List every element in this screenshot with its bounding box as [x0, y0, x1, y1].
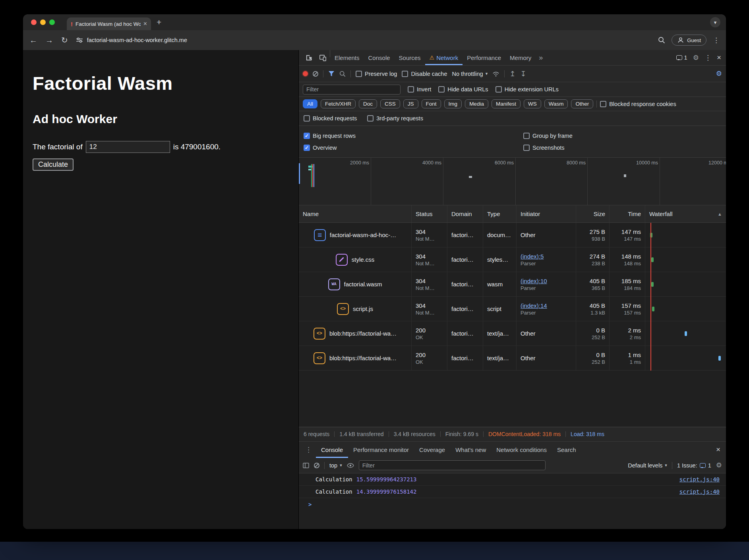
group-by-frame-checkbox[interactable]: Group by frame [523, 133, 721, 139]
filter-chip-all[interactable]: All [303, 99, 317, 108]
filter-chip-manifest[interactable]: Manifest [492, 99, 521, 108]
zoom-icon[interactable] [658, 37, 665, 44]
screenshots-checkbox[interactable]: Screenshots [523, 145, 721, 151]
browser-menu-button[interactable]: ⋮ [713, 36, 720, 44]
filter-toggle-icon[interactable] [328, 71, 335, 77]
factorial-input[interactable] [86, 141, 170, 153]
initiator-link[interactable]: (index):10 [521, 278, 572, 284]
console-messages-badge[interactable]: 1 [676, 54, 687, 61]
tab-memory[interactable]: Memory [505, 50, 536, 65]
search-icon[interactable] [339, 71, 346, 77]
filter-chip-fetch-xhr[interactable]: Fetch/XHR [321, 99, 356, 108]
eye-icon[interactable] [347, 463, 354, 468]
throttling-dropdown[interactable]: No throttling ▾ [452, 71, 488, 77]
new-tab-button[interactable]: + [157, 17, 161, 27]
network-request-row[interactable]: factorial.wasm 304Not M… factori… wasm (… [299, 272, 726, 297]
invert-checkbox[interactable]: Invert [408, 86, 431, 93]
inspect-element-icon[interactable] [302, 50, 316, 65]
filter-chip-wasm[interactable]: Wasm [544, 99, 568, 108]
filter-chip-media[interactable]: Media [465, 99, 488, 108]
blocked-requests-checkbox[interactable]: Blocked requests [304, 115, 357, 122]
devtools-settings-icon[interactable]: ⚙ [693, 54, 699, 62]
drawer-close-icon[interactable]: × [713, 442, 724, 458]
drawer-tab-whats-new[interactable]: What's new [450, 442, 491, 458]
browser-tab[interactable]: ! Factorial Wasm (ad hoc Worl × [67, 17, 151, 30]
drawer-tab-network-conditions[interactable]: Network conditions [491, 442, 552, 458]
site-settings-icon[interactable] [76, 37, 83, 43]
network-settings-icon[interactable]: ⚙ [716, 70, 722, 78]
profile-button[interactable]: Guest [672, 35, 706, 46]
record-network-log-button[interactable] [303, 71, 308, 76]
hide-extension-urls-checkbox[interactable]: Hide extension URLs [495, 86, 559, 93]
console-prompt[interactable]: > [299, 498, 726, 511]
preserve-log-checkbox[interactable]: Preserve log [356, 71, 397, 77]
network-conditions-icon[interactable] [492, 71, 499, 77]
filter-chip-js[interactable]: JS [403, 99, 418, 108]
drawer-tab-console[interactable]: Console [316, 442, 348, 458]
clear-console-icon[interactable] [314, 463, 319, 468]
filter-chip-img[interactable]: Img [444, 99, 462, 108]
column-header-type[interactable]: Type [483, 205, 517, 222]
column-header-time[interactable]: Time [610, 205, 645, 222]
network-request-row[interactable]: blob:https://factorial-wa… 200OK factori… [299, 346, 726, 371]
column-header-size[interactable]: Size [576, 205, 610, 222]
column-header-status[interactable]: Status [412, 205, 447, 222]
log-levels-dropdown[interactable]: Default levels ▾ [628, 462, 667, 469]
network-overview-timeline[interactable]: 2000 ms 4000 ms 6000 ms 8000 ms 10000 ms… [299, 158, 726, 205]
tab-sources[interactable]: Sources [395, 50, 425, 65]
close-window-button[interactable] [31, 19, 37, 25]
forward-button[interactable]: → [45, 36, 53, 45]
console-source-link[interactable]: script.js:40 [679, 476, 720, 483]
third-party-requests-checkbox[interactable]: 3rd-party requests [367, 115, 423, 122]
column-header-initiator[interactable]: Initiator [517, 205, 576, 222]
console-sidebar-icon[interactable] [303, 463, 309, 468]
filter-chip-other[interactable]: Other [571, 99, 593, 108]
drawer-tab-coverage[interactable]: Coverage [414, 442, 450, 458]
issues-counter[interactable]: 1 Issue: 1 [677, 462, 711, 469]
tab-network[interactable]: ⚠ Network [425, 50, 463, 65]
devtools-close-icon[interactable]: × [717, 53, 721, 62]
tab-close-icon[interactable]: × [143, 20, 147, 27]
more-tabs-icon[interactable]: » [536, 50, 546, 65]
zoom-window-button[interactable] [49, 19, 55, 25]
network-request-row[interactable]: factorial-wasm-ad-hoc-… 304Not M… factor… [299, 223, 726, 247]
console-settings-icon[interactable]: ⚙ [716, 461, 722, 469]
network-request-row[interactable]: style.css 304Not M… factori… styles… (in… [299, 247, 726, 272]
timeline-selection-handle[interactable] [299, 163, 300, 184]
column-header-waterfall[interactable]: Waterfall ▲ [645, 205, 726, 222]
overview-checkbox[interactable]: Overview [304, 145, 523, 151]
tab-console[interactable]: Console [364, 50, 395, 65]
big-request-rows-checkbox[interactable]: Big request rows [304, 133, 523, 139]
network-request-row[interactable]: blob:https://factorial-wa… 200OK factori… [299, 321, 726, 346]
tab-elements[interactable]: Elements [330, 50, 364, 65]
filter-chip-css[interactable]: CSS [380, 99, 400, 108]
tab-search-button[interactable]: ▾ [710, 17, 720, 27]
device-toolbar-icon[interactable] [316, 50, 330, 65]
disable-cache-checkbox[interactable]: Disable cache [402, 71, 447, 77]
filter-chip-doc[interactable]: Doc [359, 99, 377, 108]
tab-performance[interactable]: Performance [463, 50, 505, 65]
calculate-button[interactable]: Calculate [33, 158, 74, 171]
clear-network-log-icon[interactable] [313, 71, 318, 77]
export-har-icon[interactable]: ↧ [520, 70, 526, 78]
drawer-tab-search[interactable]: Search [552, 442, 581, 458]
import-har-icon[interactable]: ↥ [509, 70, 515, 78]
column-header-name[interactable]: Name [299, 205, 412, 222]
column-header-domain[interactable]: Domain [447, 205, 483, 222]
drawer-tab-performance-monitor[interactable]: Performance monitor [348, 442, 414, 458]
drawer-menu-icon[interactable]: ⋮ [301, 442, 316, 458]
blocked-response-cookies-checkbox[interactable]: Blocked response cookies [600, 101, 676, 107]
network-filter-input[interactable] [303, 85, 401, 95]
execution-context-dropdown[interactable]: top ▾ [329, 462, 342, 469]
console-source-link[interactable]: script.js:40 [679, 489, 720, 495]
back-button[interactable]: ← [29, 36, 37, 45]
hide-data-urls-checkbox[interactable]: Hide data URLs [438, 86, 488, 93]
reload-button[interactable]: ↻ [61, 35, 68, 45]
filter-chip-font[interactable]: Font [422, 99, 441, 108]
initiator-link[interactable]: (index):14 [521, 302, 572, 309]
minimize-window-button[interactable] [40, 19, 46, 25]
network-request-row[interactable]: script.js 304Not M… factori… script (ind… [299, 297, 726, 321]
filter-chip-ws[interactable]: WS [524, 99, 541, 108]
initiator-link[interactable]: (index):5 [521, 253, 572, 260]
console-filter-input[interactable] [359, 460, 546, 470]
